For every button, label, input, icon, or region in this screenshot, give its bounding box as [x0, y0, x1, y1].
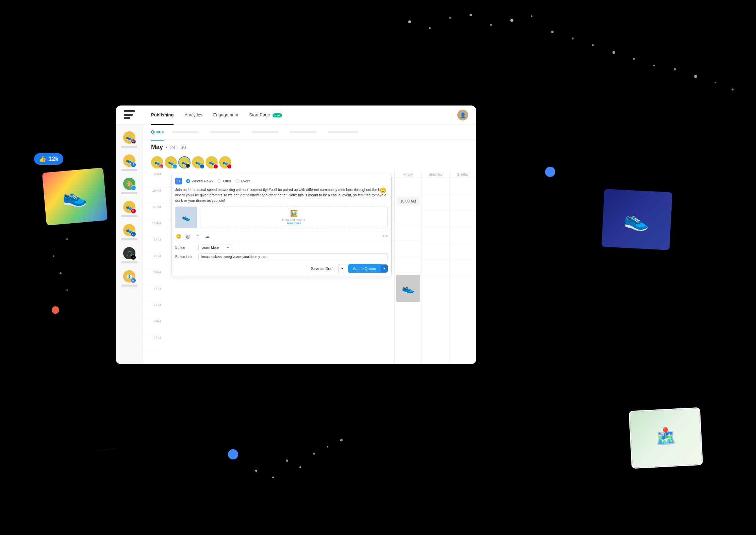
radio-dot-whats-new [186, 179, 190, 183]
saturday-9am [422, 178, 449, 194]
friday-9am [395, 178, 422, 194]
timeline-pi-badge [213, 164, 218, 169]
sidebar-line-6 [121, 285, 137, 287]
button-field-row: Button Learn More ▼ [175, 244, 388, 251]
sidebar-item-4[interactable]: 👟 in [116, 223, 143, 242]
time-slot-4pm: 4 PM [143, 286, 163, 302]
platform-icon-google: G [175, 178, 182, 184]
mention-toolbar-icon[interactable]: @ [185, 233, 192, 240]
chevron-down-icon: ▼ [227, 246, 229, 249]
emoji-toolbar-icon[interactable]: 🙂 [175, 233, 182, 240]
sidebar-item-3[interactable]: 👟 P [116, 199, 143, 218]
sidebar-line-0 [121, 146, 137, 148]
sidebar-item-6[interactable]: 📧 G [116, 269, 143, 288]
saturday-header: Saturday [422, 171, 449, 178]
date-range: 24 – 30 [170, 145, 186, 150]
saturday-1pm [422, 243, 449, 260]
radio-whats-new[interactable]: What's New? [186, 179, 213, 183]
likes-icon: 👍 [39, 155, 46, 163]
nav-engagement[interactable]: Engagement [213, 111, 238, 119]
sidebar-item-2[interactable]: 🎨 🐦 [116, 176, 143, 195]
tw-badge: 🐦 [131, 185, 136, 191]
tab-placeholder-4 [290, 131, 317, 133]
add-to-queue-dropdown-button[interactable]: ▼ [381, 264, 388, 273]
sunday-2pm [449, 260, 476, 276]
schedule-2pm [163, 363, 394, 364]
button-field-label: Button [175, 246, 196, 249]
tab-placeholder-2 [210, 131, 241, 133]
sidebar-line-2 [121, 192, 137, 194]
user-avatar[interactable]: 👤 [457, 110, 468, 120]
radio-event[interactable]: Event [235, 179, 250, 183]
media-row: 👟 🖼️ Drag and drop or select files [175, 207, 388, 228]
tk-badge: ♪ [131, 255, 136, 260]
timeline-avatar-4: 👟 [206, 156, 218, 168]
ig-badge: 📷 [131, 139, 136, 144]
sidebar-item-5[interactable]: 🎵 ♪ [116, 246, 143, 265]
map-card: 🗺️ 📍 [629, 407, 703, 469]
sneaker-photo: 👟 [602, 189, 673, 250]
browser-window: Publishing Analytics Engagement Start Pa… [116, 106, 476, 364]
timeline-gm-badge [185, 163, 190, 168]
save-draft-button[interactable]: Save as Draft [306, 264, 339, 273]
post-type-row: G What's New? Offer [175, 178, 388, 184]
post-text-content[interactable]: Join us for a casual speed networking wi… [175, 187, 388, 203]
time-slot-1pm: 1 PM [143, 237, 163, 253]
save-draft-dropdown-button[interactable]: ▼ [339, 264, 346, 273]
friday-header: Friday [395, 171, 422, 178]
timeline-pi-badge-2 [227, 164, 232, 169]
friday-12pm [395, 224, 422, 241]
saturday-2pm [422, 260, 449, 276]
sidebar-item-0[interactable]: 👟 📷 [116, 130, 143, 149]
photo-stack: 👟 [42, 167, 108, 225]
button-select-value: Learn More [201, 246, 219, 249]
avatar-timeline-row: 👟 👟 👟 👟 👟 [143, 155, 476, 171]
post-card: G What's New? Offer [171, 174, 392, 277]
radio-label-offer: Offer [223, 179, 231, 183]
button-link-label: Button Link [175, 255, 196, 259]
saturday-12pm [422, 227, 449, 243]
nav-analytics[interactable]: Analytics [184, 111, 202, 119]
timeline-avatar-5: 👟 [219, 156, 231, 168]
sunday-9am [449, 178, 476, 194]
pi-badge: P [131, 208, 136, 214]
sunday-column: Sunday [449, 171, 476, 364]
radio-offer[interactable]: Offer [217, 179, 231, 183]
upload-text: Drag and drop or select files [282, 218, 305, 225]
emoji-button[interactable]: 🙂 [380, 187, 387, 194]
upload-box[interactable]: 🖼️ Drag and drop or select files [200, 207, 388, 228]
friday-column: Friday 10:00 AM 👟 [395, 171, 422, 364]
decorative-swirl: ~~~ [94, 441, 118, 458]
li-badge: in [131, 231, 136, 237]
right-day-columns: Friday 10:00 AM 👟 [395, 171, 476, 364]
tab-queue[interactable]: Queue [151, 128, 164, 136]
sidebar-item-1[interactable]: 👟 f [116, 153, 143, 172]
fb-badge: f [131, 162, 136, 167]
timeline-avatar-3: 👟 [192, 156, 204, 168]
link-toolbar-icon[interactable]: ☁ [204, 233, 211, 240]
likes-badge: 👍 12k [34, 153, 63, 165]
button-select[interactable]: Learn More ▼ [198, 244, 232, 251]
friday-time-display: 10:00 AM [399, 199, 417, 203]
sunday-12pm [449, 227, 476, 243]
timeline-ig-badge [159, 164, 164, 169]
nav-start-page[interactable]: Start Page New [249, 111, 282, 119]
sidebar-line-5 [121, 261, 137, 263]
sunday-1pm [449, 243, 476, 260]
time-slot-9am: 9 AM [143, 171, 163, 188]
radio-label-whats-new: What's New? [192, 179, 213, 183]
date-month: May [151, 144, 163, 151]
radio-dot-event [235, 179, 240, 183]
likes-count: 12k [48, 156, 59, 163]
nav-publishing[interactable]: Publishing [151, 111, 174, 119]
add-to-queue-button[interactable]: Add to Queue [348, 264, 381, 273]
button-link-input[interactable] [198, 253, 388, 260]
app-logo [124, 110, 135, 120]
date-row: May • 24 – 30 [143, 140, 476, 155]
post-text-area: Join us for a casual speed networking wi… [175, 187, 388, 203]
sidebar: 👟 📷 👟 f 🎨 🐦 [116, 125, 143, 364]
hashtag-toolbar-icon[interactable]: # [194, 233, 201, 240]
upload-link[interactable]: select files [286, 222, 301, 225]
time-slot-2pm: 2 PM [143, 253, 163, 269]
upload-icon: 🖼️ [290, 210, 298, 217]
